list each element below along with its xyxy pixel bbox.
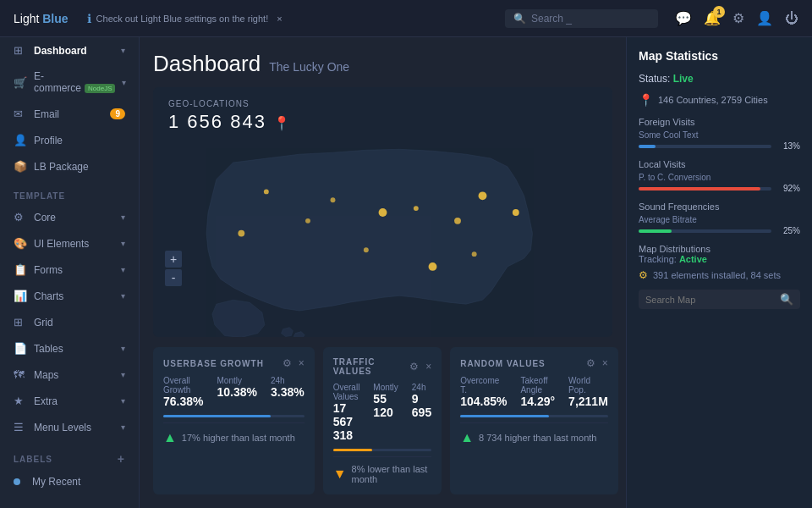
email-icon: ✉ xyxy=(14,108,27,120)
sound-freq-title: Sound Frequencies xyxy=(639,202,800,212)
geo-count: 1 656 843 📍 xyxy=(168,111,292,133)
sidebar-item-maps[interactable]: 🗺 Maps ▾ xyxy=(0,362,139,388)
map-zoom-out-button[interactable]: - xyxy=(165,269,182,286)
sidebar-item-charts[interactable]: 📊 Charts ▾ xyxy=(0,283,139,309)
sidebar-item-extra[interactable]: ★ Extra ▾ xyxy=(0,388,139,414)
stat-value: 14.29° xyxy=(520,395,555,408)
gear-icon[interactable]: ⚙ xyxy=(283,357,292,369)
ui-icon: 🎨 xyxy=(14,237,27,250)
sidebar: ⊞ Dashboard ▾ 🛒 E-commerceNodeJS ▾ ✉ Ema… xyxy=(0,37,140,508)
card-title: TRAFFIC VALUES xyxy=(333,357,409,376)
settings-icon[interactable]: ⚙ xyxy=(732,10,744,26)
right-panel: Map Statistics Status: Live 📍 146 Countr… xyxy=(626,37,812,508)
progress-bar-bg xyxy=(163,415,304,417)
elements-icon: ⚙ xyxy=(639,269,648,281)
daily-growth-stat: 24h 3.38% xyxy=(271,376,304,408)
status-label: Status: xyxy=(639,73,670,85)
sound-freq-sub: Average Bitrate xyxy=(639,215,800,224)
progress-bar-bg xyxy=(460,415,608,417)
progress-bar xyxy=(460,415,549,417)
power-icon[interactable]: ⏻ xyxy=(785,11,798,26)
status-value: Live xyxy=(673,73,694,85)
progress-bar xyxy=(163,415,271,417)
close-icon[interactable]: × xyxy=(602,357,608,369)
foreign-visits-bar xyxy=(639,145,656,148)
forms-icon: 📋 xyxy=(14,263,27,276)
map-dot xyxy=(379,208,387,217)
sidebar-item-profile[interactable]: 👤 Profile xyxy=(0,127,139,153)
tracking-value: Active xyxy=(679,254,707,264)
map-zoom-controls: + - xyxy=(165,251,182,286)
map-zoom-in-button[interactable]: + xyxy=(165,251,182,268)
sidebar-item-label: E-commerceNodeJS xyxy=(34,70,115,94)
sidebar-item-ui-elements[interactable]: 🎨 UI Elements ▾ xyxy=(0,230,139,257)
search-map-input[interactable] xyxy=(645,295,775,305)
ecommerce-icon: 🛒 xyxy=(14,76,27,89)
distributions-title: Map Distributions xyxy=(639,244,800,254)
sidebar-item-grid[interactable]: ⊞ Grid xyxy=(0,309,139,335)
labels-section-label: LABELS xyxy=(14,455,52,464)
traffic-values-card: TRAFFIC VALUES ⚙ × Overall Values 17 567… xyxy=(323,347,442,494)
map-dot xyxy=(264,189,269,194)
card-header: RANDOM VALUES ⚙ × xyxy=(460,357,608,369)
search-input[interactable] xyxy=(531,13,650,25)
foreign-visits-sub: Some Cool Text xyxy=(639,130,800,140)
foreign-visits-title: Foreign Visits xyxy=(639,117,800,127)
overall-growth-stat: Overall Growth 76.38% xyxy=(163,376,203,408)
sidebar-item-ecommerce[interactable]: 🛒 E-commerceNodeJS ▾ xyxy=(0,64,139,101)
panel-title: Map Statistics xyxy=(639,49,800,63)
chevron-down-icon: ▾ xyxy=(121,422,125,432)
topbar-icons: 💬 🔔 1 ⚙ 👤 ⏻ xyxy=(675,10,798,26)
close-icon[interactable]: × xyxy=(425,361,431,373)
card-actions: ⚙ × xyxy=(586,357,608,369)
geo-label: GEO-LOCATIONS xyxy=(168,99,250,108)
sidebar-item-tables[interactable]: 📄 Tables ▾ xyxy=(0,335,139,362)
map-dot xyxy=(414,206,419,211)
card-actions: ⚙ × xyxy=(409,361,431,373)
sidebar-item-label: Menu Levels xyxy=(34,422,114,433)
close-icon[interactable]: × xyxy=(299,357,304,369)
foreign-visits-pct: 13% xyxy=(776,141,800,151)
sidebar-item-forms[interactable]: 📋 Forms ▾ xyxy=(0,257,139,283)
sidebar-item-email[interactable]: ✉ Email 9 xyxy=(0,101,139,127)
notification-icon[interactable]: 🔔 1 xyxy=(704,10,721,26)
card-header: TRAFFIC VALUES ⚙ × xyxy=(333,357,432,376)
gear-icon[interactable]: ⚙ xyxy=(586,357,595,369)
trend-up-icon: ▲ xyxy=(163,430,177,445)
page-heading: Dashboard xyxy=(153,51,261,77)
card-title: USERBASE GROWTH xyxy=(163,359,264,368)
sidebar-item-label: Email xyxy=(34,108,103,120)
sidebar-item-menu-levels[interactable]: ☰ Menu Levels ▾ xyxy=(0,414,139,440)
stat-label: Montly xyxy=(217,376,256,385)
sidebar-item-label: Forms xyxy=(34,264,114,276)
sidebar-item-my-recent[interactable]: My Recent xyxy=(0,469,139,494)
search-map-icon[interactable]: 🔍 xyxy=(780,293,793,306)
search-map[interactable]: 🔍 xyxy=(639,290,800,309)
notice-close-button[interactable]: × xyxy=(277,14,282,24)
footer-text: 8 734 higher than last month xyxy=(479,433,596,443)
stat-value: 76.38% xyxy=(163,395,203,408)
trend-up-icon: ▲ xyxy=(460,430,474,445)
add-label-button[interactable]: + xyxy=(118,452,125,466)
sidebar-item-lbpackage[interactable]: 📦 LB Package xyxy=(0,153,139,179)
profile-icon: 👤 xyxy=(14,134,27,146)
chat-icon[interactable]: 💬 xyxy=(675,10,692,26)
sidebar-item-label: Grid xyxy=(34,317,125,329)
package-icon: 📦 xyxy=(14,160,27,173)
card-actions: ⚙ × xyxy=(283,357,304,369)
sidebar-item-core[interactable]: ⚙ Core ▾ xyxy=(0,204,139,230)
sidebar-item-label: Tables xyxy=(34,343,114,355)
gear-icon[interactable]: ⚙ xyxy=(409,361,419,373)
email-badge: 9 xyxy=(110,108,125,119)
tracking-row: Tracking: Active xyxy=(639,254,800,264)
page-subtitle: The Lucky One xyxy=(269,60,349,74)
sidebar-item-dashboard[interactable]: ⊞ Dashboard ▾ xyxy=(0,37,139,64)
panel-title-regular: Map xyxy=(639,49,662,63)
search-bar[interactable]: 🔍 xyxy=(505,9,658,28)
notice-text: Check out Light Blue settings on the rig… xyxy=(96,14,269,24)
progress-bar xyxy=(333,449,373,451)
map-dot xyxy=(305,218,310,224)
stat-value: 7,211M xyxy=(568,395,608,408)
user-icon[interactable]: 👤 xyxy=(756,10,773,26)
stat-label: Takeoff Angle xyxy=(520,376,555,395)
